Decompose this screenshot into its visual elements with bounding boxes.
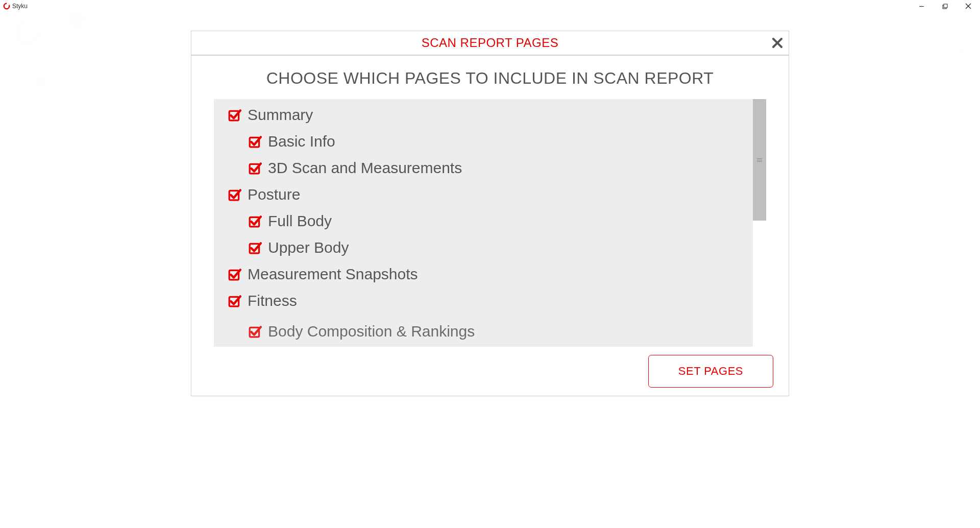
- checkbox-checked-icon[interactable]: [249, 135, 262, 148]
- page-option[interactable]: Fitness: [228, 293, 746, 308]
- app-title: Styku: [12, 3, 28, 10]
- pages-list-container: SummaryBasic Info3D Scan and Measurement…: [214, 99, 766, 347]
- checkbox-checked-icon[interactable]: [228, 268, 241, 281]
- set-pages-button[interactable]: SET PAGES: [648, 355, 773, 388]
- page-option[interactable]: Upper Body: [249, 240, 746, 255]
- checkbox-checked-icon[interactable]: [249, 214, 262, 228]
- page-option[interactable]: Summary: [228, 107, 746, 123]
- page-option[interactable]: 3D Scan and Measurements: [249, 160, 746, 176]
- window-titlebar: Styku: [0, 0, 980, 12]
- page-option[interactable]: Basic Info: [249, 134, 746, 149]
- modal-title: SCAN REPORT PAGES: [422, 36, 559, 50]
- scrollbar-track[interactable]: [753, 99, 766, 347]
- checkbox-checked-icon[interactable]: [249, 241, 262, 254]
- page-option-label: Measurement Snapshots: [248, 267, 418, 282]
- modal-header: SCAN REPORT PAGES: [191, 31, 789, 56]
- page-option-label: Upper Body: [268, 240, 349, 255]
- modal-footer: SET PAGES: [191, 347, 789, 396]
- titlebar-left: Styku: [3, 3, 28, 10]
- svg-rect-3: [944, 4, 947, 8]
- scrollbar-thumb[interactable]: [753, 99, 766, 221]
- page-option-label: Posture: [248, 187, 300, 202]
- modal-close-button[interactable]: [771, 37, 783, 49]
- page-option-label: Full Body: [268, 213, 332, 229]
- checkbox-checked-icon[interactable]: [228, 108, 241, 122]
- page-option[interactable]: Measurement Snapshots: [228, 267, 746, 282]
- page-option-label: Summary: [248, 107, 313, 123]
- checkbox-checked-icon[interactable]: [249, 161, 262, 175]
- modal-overlay: SCAN REPORT PAGES CHOOSE WHICH PAGES TO …: [0, 12, 980, 528]
- app-logo-icon: [3, 3, 10, 10]
- maximize-button[interactable]: [933, 0, 957, 12]
- page-option-label: Fitness: [248, 293, 297, 308]
- page-option-label: Basic Info: [268, 134, 335, 149]
- page-option[interactable]: Posture: [228, 187, 746, 202]
- modal-subtitle: CHOOSE WHICH PAGES TO INCLUDE IN SCAN RE…: [191, 69, 789, 88]
- minimize-button[interactable]: [910, 0, 933, 12]
- checkbox-checked-icon[interactable]: [228, 188, 241, 201]
- page-option[interactable]: Body Composition & Rankings: [249, 324, 746, 339]
- pages-list[interactable]: SummaryBasic Info3D Scan and Measurement…: [214, 99, 766, 347]
- page-option-label: 3D Scan and Measurements: [268, 160, 462, 176]
- checkbox-checked-icon[interactable]: [249, 325, 262, 338]
- scan-report-modal: SCAN REPORT PAGES CHOOSE WHICH PAGES TO …: [191, 31, 789, 396]
- page-option-label: Body Composition & Rankings: [268, 324, 475, 339]
- checkbox-checked-icon[interactable]: [228, 294, 241, 307]
- close-window-button[interactable]: [957, 0, 980, 12]
- window-controls: [910, 0, 980, 12]
- page-option[interactable]: Full Body: [249, 213, 746, 229]
